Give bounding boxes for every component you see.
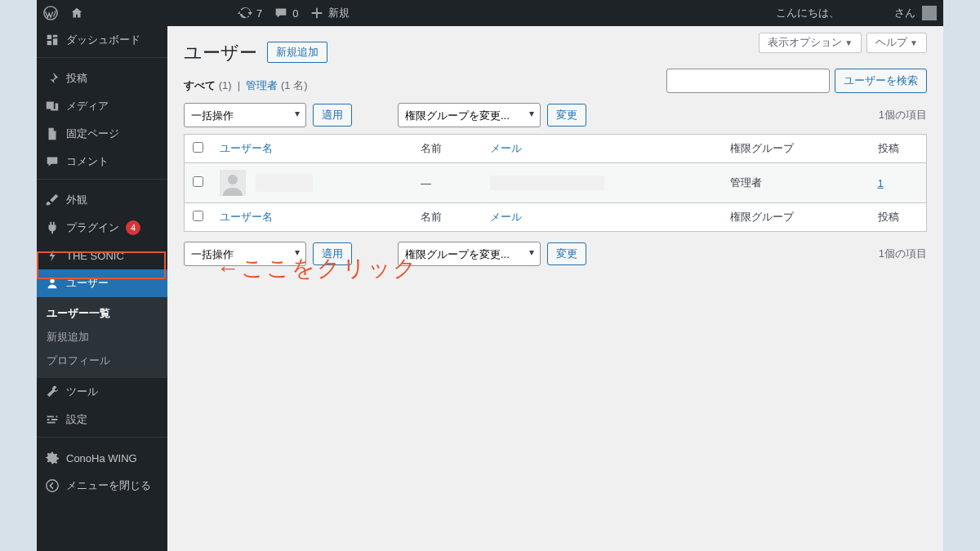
- plugins-update-badge: 4: [126, 220, 140, 235]
- comments-icon[interactable]: 0: [274, 6, 298, 20]
- select-all-bottom[interactable]: [193, 211, 203, 221]
- user-avatar: [220, 170, 246, 196]
- pin-icon: [45, 71, 60, 86]
- table-row: — 管理者 1: [185, 163, 927, 203]
- filter-all[interactable]: すべて: [184, 79, 216, 91]
- row-checkbox[interactable]: [193, 176, 203, 187]
- sidebar-item-pages[interactable]: 固定ページ: [37, 120, 167, 148]
- email-redacted: [490, 176, 604, 190]
- new-content[interactable]: 新規: [310, 6, 350, 20]
- svg-point-1: [50, 279, 54, 283]
- cell-role: 管理者: [722, 163, 869, 203]
- help-toggle[interactable]: ヘルプ▼: [866, 33, 927, 53]
- wrench-icon: [45, 384, 60, 399]
- bulk-action-select-bottom[interactable]: 一括操作: [184, 242, 306, 266]
- bulk-apply-top[interactable]: 適用: [313, 104, 352, 127]
- items-count-bottom: 1個の項目: [879, 247, 927, 261]
- submenu-item-profile[interactable]: プロフィール: [37, 349, 167, 373]
- sidebar-item-dashboard[interactable]: ダッシュボード: [37, 26, 167, 54]
- plug-icon: [45, 220, 60, 235]
- sidebar-item-plugins[interactable]: プラグイン 4: [37, 214, 167, 242]
- bulk-apply-bottom[interactable]: 適用: [313, 242, 352, 265]
- submenu-item-user-list[interactable]: ユーザー一覧: [37, 302, 167, 326]
- sidebar-item-media[interactable]: メディア: [37, 92, 167, 120]
- cell-name: —: [412, 163, 482, 203]
- page-icon: [45, 127, 60, 141]
- sonic-icon: [45, 248, 60, 263]
- select-all-top[interactable]: [193, 142, 203, 153]
- page-title: ユーザー: [184, 26, 257, 65]
- dashboard-icon: [45, 33, 60, 47]
- change-role-select-top[interactable]: 権限グループを変更...: [398, 103, 541, 127]
- items-count-top: 1個の項目: [879, 108, 927, 122]
- svg-point-4: [228, 175, 238, 184]
- media-icon: [45, 99, 60, 113]
- sidebar-item-tools[interactable]: ツール: [37, 378, 167, 406]
- sidebar-item-appearance[interactable]: 外観: [37, 186, 167, 214]
- sliders-icon: [45, 412, 60, 427]
- comment-icon: [45, 154, 60, 169]
- submenu-users: ユーザー一覧 新規追加 プロフィール: [37, 297, 167, 378]
- change-role-button-top[interactable]: 変更: [547, 104, 586, 127]
- updates-icon[interactable]: 7: [238, 6, 262, 20]
- wordpress-logo-icon[interactable]: [43, 6, 58, 20]
- col-username[interactable]: ユーザー名: [212, 135, 412, 163]
- col-posts: 投稿: [870, 135, 927, 163]
- screen-options-toggle[interactable]: 表示オプション▼: [759, 33, 862, 53]
- user-search-input[interactable]: [666, 69, 830, 93]
- svg-point-2: [47, 480, 58, 491]
- sidebar-item-collapse[interactable]: メニューを閉じる: [37, 472, 167, 500]
- admin-bar: 7 0 新規 こんにちは、 さん: [37, 0, 943, 26]
- bulk-action-select-top[interactable]: 一括操作: [184, 103, 306, 127]
- submenu-item-add-new[interactable]: 新規追加: [37, 326, 167, 349]
- page-content: 表示オプション▼ ヘルプ▼ ユーザー 新規追加 ユーザーを検索 すべて (1) …: [167, 26, 943, 551]
- admin-sidebar: ダッシュボード 投稿 メディア 固定ページ コメント 外観 プラグイン 4: [37, 26, 167, 551]
- col-email[interactable]: メール: [482, 135, 722, 163]
- col-name: 名前: [412, 135, 482, 163]
- users-table: ユーザー名 名前 メール 権限グループ 投稿 —: [184, 134, 927, 232]
- updates-count: 7: [256, 7, 262, 20]
- cell-posts-link[interactable]: 1: [878, 177, 884, 189]
- user-icon: [45, 276, 60, 291]
- change-role-button-bottom[interactable]: 変更: [547, 242, 586, 265]
- gear-icon: [45, 451, 60, 465]
- collapse-icon: [45, 478, 60, 493]
- sidebar-item-settings[interactable]: 設定: [37, 406, 167, 433]
- brush-icon: [45, 193, 60, 207]
- sidebar-item-thesonic[interactable]: THE SONIC: [37, 242, 167, 269]
- home-icon[interactable]: [69, 6, 84, 20]
- sidebar-item-posts[interactable]: 投稿: [37, 64, 167, 92]
- username-redacted: [256, 174, 313, 192]
- change-role-select-bottom[interactable]: 権限グループを変更...: [398, 242, 541, 266]
- greeting[interactable]: こんにちは、 さん: [776, 6, 915, 20]
- sidebar-item-conoha[interactable]: ConoHa WING: [37, 444, 167, 472]
- sidebar-item-users[interactable]: ユーザー: [37, 269, 167, 297]
- col-role: 権限グループ: [722, 135, 869, 163]
- filter-admin[interactable]: 管理者: [246, 79, 278, 91]
- search-users-button[interactable]: ユーザーを検索: [835, 69, 927, 93]
- add-new-user-button[interactable]: 新規追加: [267, 42, 327, 63]
- sidebar-item-comments[interactable]: コメント: [37, 148, 167, 176]
- comments-count: 0: [292, 7, 298, 20]
- avatar[interactable]: [922, 6, 937, 20]
